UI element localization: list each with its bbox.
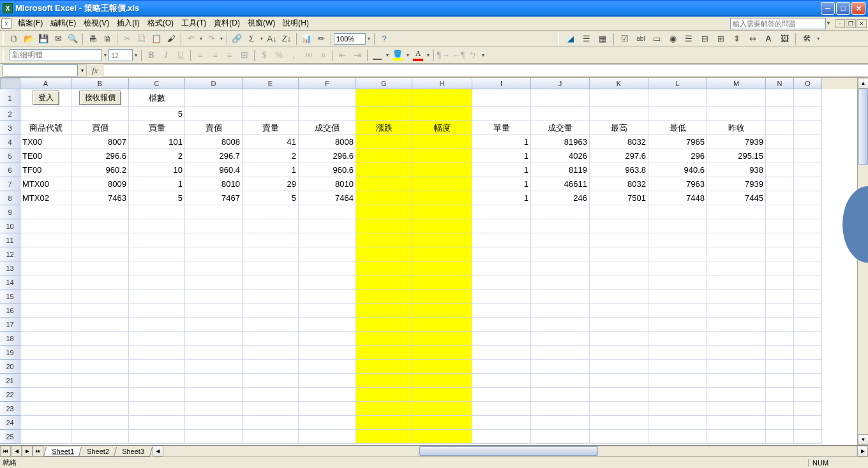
grid-body[interactable]: 1登入接收報價檔數253商品代號買價買量賣價賣量成交價漲跌幅度單量成交量最高最低… [0,89,868,445]
cell[interactable] [531,205,590,219]
font-size-input[interactable]: 12 [108,49,133,61]
fx-icon[interactable]: fx [92,66,98,76]
image-control-icon[interactable]: 🖼 [777,32,791,46]
data-cell[interactable]: 1 [472,191,531,205]
row-header-15[interactable]: 15 [0,289,20,303]
autosum-dropdown[interactable]: ▾ [259,36,264,41]
checkbox-control-icon[interactable]: ☑ [618,32,632,46]
cell-file-count-label[interactable]: 檔數 [129,89,185,107]
data-cell[interactable]: 8007 [71,135,129,149]
data-cell[interactable]: MTX02 [20,191,71,205]
cell[interactable] [794,318,822,332]
cell[interactable] [707,332,766,346]
cell[interactable] [707,346,766,360]
header-cell[interactable]: 賣量 [243,121,299,135]
data-cell[interactable] [412,177,472,191]
scroll-down-button[interactable]: ▼ [858,434,868,445]
data-cell[interactable] [766,163,794,177]
cell[interactable] [129,346,185,360]
cell[interactable] [707,247,766,261]
cell[interactable] [707,430,766,444]
cell[interactable] [648,275,707,289]
header-cell[interactable] [794,121,822,135]
data-cell[interactable]: 10 [129,163,185,177]
cell[interactable] [707,219,766,233]
data-cell[interactable]: 8119 [531,163,590,177]
cell[interactable] [185,205,243,219]
cell[interactable] [299,374,356,388]
cell[interactable] [299,261,356,275]
increase-indent-icon[interactable]: ⇥ [350,48,364,62]
login-button[interactable]: 登入 [33,91,59,105]
cell[interactable] [71,416,129,430]
cell[interactable] [412,388,472,402]
column-header-N[interactable]: N [766,78,794,89]
cell[interactable] [766,332,794,346]
cell[interactable] [412,247,472,261]
ltr-icon[interactable]: ¶→ [437,48,451,62]
data-cell[interactable]: 101 [129,135,185,149]
maximize-button[interactable]: □ [836,2,850,15]
column-header-D[interactable]: D [185,78,243,89]
cell[interactable] [531,360,590,374]
cell[interactable] [472,107,531,121]
data-cell[interactable]: TX00 [20,135,71,149]
cell[interactable] [590,205,648,219]
cell[interactable] [299,346,356,360]
cell[interactable] [472,416,531,430]
cell[interactable] [185,332,243,346]
cell[interactable] [472,430,531,444]
horizontal-scrollbar[interactable] [419,446,857,457]
data-cell[interactable]: 8010 [299,177,356,191]
sheet-tab-sheet1[interactable]: Sheet1 [43,447,82,457]
cell[interactable] [185,416,243,430]
cell[interactable] [412,430,472,444]
undo-icon[interactable]: ↶ [184,32,198,46]
cell[interactable] [412,275,472,289]
data-cell[interactable]: 1 [472,135,531,149]
cell[interactable] [412,219,472,233]
cell[interactable] [531,416,590,430]
cell[interactable] [129,289,185,303]
combobox-control-icon[interactable]: ⊟ [698,32,712,46]
cell[interactable] [299,247,356,261]
cell[interactable] [71,430,129,444]
properties-icon[interactable]: ☰ [580,32,594,46]
data-cell[interactable] [794,135,822,149]
cell[interactable] [590,388,648,402]
cell[interactable] [412,261,472,275]
row-header-22[interactable]: 22 [0,388,20,402]
row-header-16[interactable]: 16 [0,303,20,318]
cell[interactable] [129,261,185,275]
cell[interactable] [243,416,299,430]
cell[interactable] [129,416,185,430]
header-cell[interactable]: 漲跌 [356,121,412,135]
cell[interactable] [185,247,243,261]
cell[interactable] [794,402,822,416]
cell[interactable] [590,360,648,374]
cell[interactable] [707,374,766,388]
data-cell[interactable] [766,191,794,205]
font-name-dropdown[interactable]: ▾ [103,52,108,58]
name-box[interactable] [3,64,78,77]
data-cell[interactable]: 5 [243,191,299,205]
header-cell[interactable]: 最低 [648,121,707,135]
cell[interactable] [648,233,707,247]
formula-input[interactable] [103,64,868,77]
data-cell[interactable] [356,163,412,177]
cell[interactable] [243,247,299,261]
data-cell[interactable]: 7939 [707,177,766,191]
sheet-tab-sheet2[interactable]: Sheet2 [79,447,117,457]
data-cell[interactable]: 296.7 [185,149,243,163]
cell[interactable] [299,332,356,346]
cell[interactable] [412,289,472,303]
cell[interactable] [71,247,129,261]
print-preview-icon[interactable]: 🗎 [100,32,114,46]
cell[interactable] [590,402,648,416]
cell[interactable] [531,89,590,107]
cell-file-count-value[interactable]: 5 [129,107,185,121]
cell[interactable] [356,318,412,332]
cell[interactable] [356,388,412,402]
cell[interactable] [472,219,531,233]
cell[interactable] [412,416,472,430]
